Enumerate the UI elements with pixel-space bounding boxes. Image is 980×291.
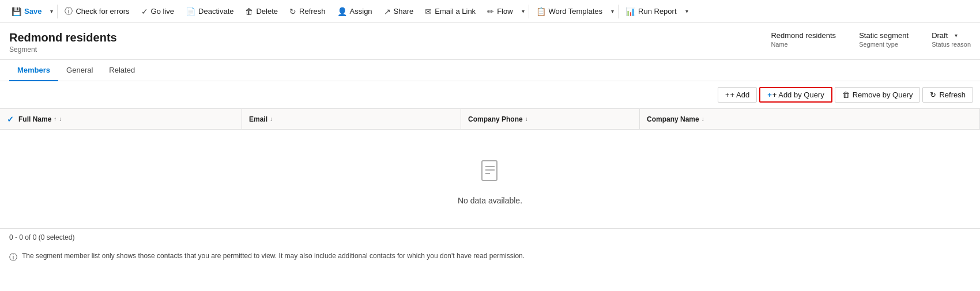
members-toolbar: + + Add + + Add by Query 🗑 Remove by Que… (0, 81, 980, 109)
phone-sort-icon: ↓ (525, 116, 528, 122)
page-header: Redmond residents Segment Redmond reside… (0, 23, 980, 60)
refresh-icon: ↻ (289, 7, 296, 16)
flow-icon: ✏ (487, 7, 494, 16)
email-link-button[interactable]: ✉ Email a Link (419, 0, 481, 22)
column-company-name[interactable]: Company Name ↓ (640, 109, 980, 129)
main-toolbar: 💾 Save ▾ ⓘ Check for errors ✓ Go live 📄 … (0, 0, 980, 23)
run-report-dropdown-button[interactable]: ▾ (683, 0, 691, 22)
save-dropdown-button[interactable]: ▾ (47, 0, 56, 22)
company-phone-label: Company Phone (468, 115, 523, 123)
meta-segment-type-value: Static segment (859, 31, 909, 40)
save-button[interactable]: 💾 Save (6, 0, 47, 22)
tab-members[interactable]: Members (9, 60, 58, 81)
share-icon: ↗ (384, 7, 391, 16)
save-icon: 💾 (12, 7, 21, 16)
info-footer: ⓘ The segment member list only shows tho… (0, 246, 980, 269)
add-by-query-button[interactable]: + + Add by Query (759, 87, 832, 103)
word-templates-icon: 📋 (536, 7, 546, 16)
check-errors-icon: ⓘ (65, 6, 73, 17)
deactivate-icon: 📄 (186, 7, 195, 16)
meta-status-label: Status reason (932, 41, 971, 48)
empty-state-icon (477, 158, 503, 189)
empty-state-text: No data available. (458, 196, 522, 205)
info-icon: ⓘ (9, 252, 17, 263)
full-name-label: Full Name (18, 115, 51, 123)
word-templates-button[interactable]: 📋 Word Templates (530, 0, 608, 22)
flow-dropdown-button[interactable]: ▾ (519, 0, 527, 22)
page-subtitle: Segment (9, 46, 117, 54)
meta-segment-type-label: Segment type (859, 41, 909, 48)
meta-name-label: Name (771, 41, 836, 48)
meta-name-value: Redmond residents (771, 31, 836, 40)
add-icon: + (725, 90, 730, 99)
page-title-section: Redmond residents Segment (9, 31, 117, 54)
meta-segment-type: Static segment Segment type (859, 31, 909, 48)
members-refresh-icon: ↻ (930, 90, 936, 99)
share-button[interactable]: ↗ Share (378, 0, 420, 22)
email-sort-icon: ↓ (270, 116, 273, 122)
table-header: ✓ Full Name ↑ ↓ Email ↓ Company Phone ↓ … (0, 109, 980, 130)
word-templates-dropdown-button[interactable]: ▾ (608, 0, 617, 22)
check-errors-button[interactable]: ⓘ Check for errors (59, 0, 135, 22)
tabs-bar: Members General Related (0, 60, 980, 81)
column-full-name[interactable]: ✓ Full Name ↑ ↓ (0, 109, 242, 129)
email-label: Email (249, 115, 267, 123)
column-company-phone[interactable]: Company Phone ↓ (461, 109, 640, 129)
email-link-icon: ✉ (425, 7, 432, 16)
meta-status-value: Draft (932, 31, 948, 40)
meta-status-chevron[interactable]: ▾ (952, 32, 960, 39)
assign-button[interactable]: 👤 Assign (331, 0, 378, 22)
divider-1 (57, 5, 58, 18)
deactivate-button[interactable]: 📄 Deactivate (180, 0, 239, 22)
tab-related[interactable]: Related (101, 60, 143, 81)
column-email[interactable]: Email ↓ (242, 109, 461, 129)
remove-by-query-button[interactable]: 🗑 Remove by Query (835, 87, 921, 103)
run-report-icon: 📊 (625, 7, 635, 16)
run-report-button[interactable]: 📊 Run Report (620, 0, 682, 22)
company-sort-icon: ↓ (702, 116, 704, 122)
page-meta: Redmond residents Name Static segment Se… (771, 31, 971, 48)
delete-icon: 🗑 (245, 7, 253, 16)
sort-desc-icon: ↓ (59, 116, 62, 122)
empty-state: No data available. (0, 130, 980, 228)
add-by-query-icon: + (767, 90, 772, 99)
table-pagination: 0 - 0 of 0 (0 selected) (0, 228, 980, 246)
refresh-button[interactable]: ↻ Refresh (284, 0, 331, 22)
pagination-text: 0 - 0 of 0 (0 selected) (9, 233, 74, 241)
company-name-label: Company Name (647, 115, 699, 123)
add-button[interactable]: + + Add (718, 87, 757, 103)
page-title: Redmond residents (9, 31, 117, 44)
remove-by-query-icon: 🗑 (842, 90, 850, 99)
divider-2 (529, 5, 529, 18)
meta-status: Draft ▾ Status reason (932, 31, 971, 48)
divider-3 (618, 5, 619, 18)
tab-general[interactable]: General (58, 60, 101, 81)
flow-button[interactable]: ✏ Flow (481, 0, 518, 22)
members-refresh-button[interactable]: ↻ Refresh (922, 87, 973, 103)
select-all-checkbox[interactable]: ✓ (7, 115, 14, 124)
content-area: + + Add + + Add by Query 🗑 Remove by Que… (0, 81, 980, 269)
meta-name: Redmond residents Name (771, 31, 836, 48)
delete-button[interactable]: 🗑 Delete (239, 0, 284, 22)
sort-asc-icon: ↑ (54, 116, 56, 122)
go-live-button[interactable]: ✓ Go live (135, 0, 180, 22)
info-text: The segment member list only shows those… (22, 252, 525, 260)
assign-icon: 👤 (337, 7, 347, 16)
meta-status-row: Draft ▾ (932, 31, 971, 40)
go-live-icon: ✓ (141, 7, 148, 16)
